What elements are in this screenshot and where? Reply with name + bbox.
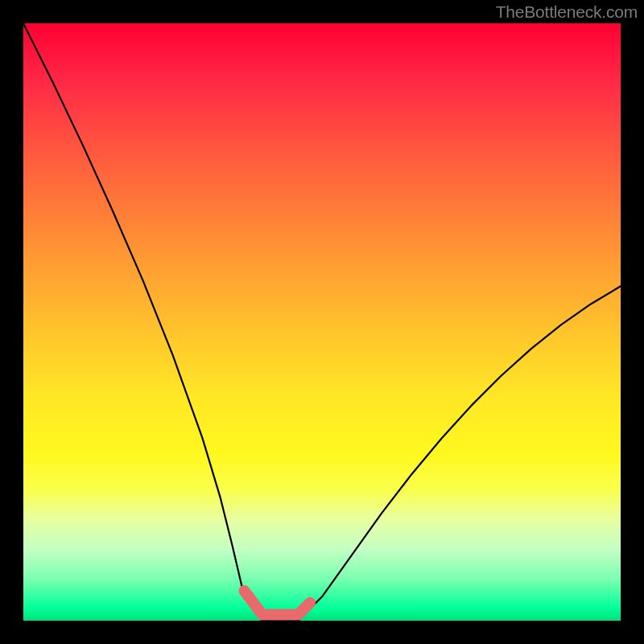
bottleneck-chart xyxy=(23,23,621,621)
watermark-text: TheBottleneck.com xyxy=(496,2,638,22)
bottleneck-curve-line xyxy=(23,23,621,621)
optimal-range-highlight xyxy=(245,591,311,615)
chart-svg xyxy=(23,23,621,621)
